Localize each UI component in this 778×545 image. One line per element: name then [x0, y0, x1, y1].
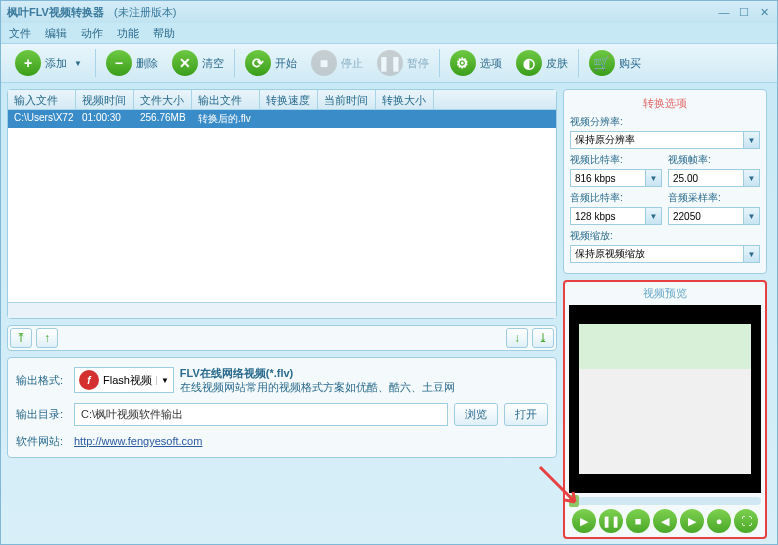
- setting-value: 22050: [669, 211, 743, 222]
- setting-label: 视频帧率:: [668, 153, 760, 167]
- column-header[interactable]: 输入文件: [8, 90, 76, 109]
- move-down-button[interactable]: ↓: [506, 328, 528, 348]
- maximize-icon[interactable]: ☐: [737, 5, 751, 19]
- horizontal-scrollbar[interactable]: [8, 302, 556, 318]
- fullscreen-button[interactable]: ⛶: [734, 509, 758, 533]
- clear-button[interactable]: ✕清空: [166, 48, 230, 78]
- setting-select[interactable]: 保持原视频缩放▼: [570, 245, 760, 263]
- x-icon: ✕: [172, 50, 198, 76]
- table-row[interactable]: C:\Users\X7201:00:30256.76MB转换后的.flv: [8, 110, 556, 128]
- table-cell: 01:00:30: [76, 110, 134, 128]
- table-cell: [318, 110, 376, 128]
- table-cell: 转换后的.flv: [192, 110, 260, 128]
- stop-icon: ■: [311, 50, 337, 76]
- gear-icon: ⚙: [450, 50, 476, 76]
- menu-edit[interactable]: 编辑: [45, 26, 67, 41]
- output-format-value: Flash视频: [103, 373, 152, 388]
- preview-thumbnail: [579, 324, 752, 474]
- preview-title: 视频预览: [569, 286, 761, 301]
- slider-thumb[interactable]: [569, 495, 579, 507]
- table-cell: 256.76MB: [134, 110, 192, 128]
- site-link[interactable]: http://www.fengyesoft.com: [74, 435, 202, 447]
- column-header[interactable]: 当前时间: [318, 90, 376, 109]
- snapshot-button[interactable]: ●: [707, 509, 731, 533]
- move-top-button[interactable]: ⤒: [10, 328, 32, 348]
- column-header[interactable]: 转换大小: [376, 90, 434, 109]
- buy-button[interactable]: 🛒购买: [583, 48, 647, 78]
- chevron-down-icon[interactable]: ▼: [645, 170, 661, 186]
- table-cell: [260, 110, 318, 128]
- start-button[interactable]: ⟳开始: [239, 48, 303, 78]
- plus-icon: +: [15, 50, 41, 76]
- close-icon[interactable]: ✕: [757, 5, 771, 19]
- play-button[interactable]: ▶: [572, 509, 596, 533]
- cart-icon: 🛒: [589, 50, 615, 76]
- setting-label: 视频缩放:: [570, 229, 760, 243]
- setting-select[interactable]: 保持原分辨率▼: [570, 131, 760, 149]
- setting-select[interactable]: 128 kbps▼: [570, 207, 662, 225]
- chevron-down-icon[interactable]: ▼: [743, 170, 759, 186]
- menu-help[interactable]: 帮助: [153, 26, 175, 41]
- output-format-select[interactable]: f Flash视频 ▼: [74, 367, 174, 393]
- delete-button[interactable]: −删除: [100, 48, 164, 78]
- open-button[interactable]: 打开: [504, 403, 548, 426]
- move-bottom-button[interactable]: ⤓: [532, 328, 554, 348]
- setting-label: 视频比特率:: [570, 153, 662, 167]
- setting-select[interactable]: 816 kbps▼: [570, 169, 662, 187]
- chevron-down-icon[interactable]: ▼: [743, 246, 759, 262]
- output-format-desc: FLV在线网络视频(*.flv) 在线视频网站常用的视频格式方案如优酷、酷六、土…: [180, 366, 548, 395]
- preview-screen: [569, 305, 761, 493]
- table-cell: [376, 110, 434, 128]
- output-panel: 输出格式: f Flash视频 ▼ FLV在线网络视频(*.flv) 在线视频网…: [7, 357, 557, 458]
- chevron-down-icon[interactable]: ▼: [743, 132, 759, 148]
- settings-panel: 转换选项 视频分辨率:保持原分辨率▼视频比特率:816 kbps▼视频帧率:25…: [563, 89, 767, 274]
- site-label: 软件网站:: [16, 434, 68, 449]
- setting-label: 音频采样率:: [668, 191, 760, 205]
- minus-icon: −: [106, 50, 132, 76]
- setting-label: 视频分辨率:: [570, 115, 760, 129]
- refresh-icon: ⟳: [245, 50, 271, 76]
- menu-function[interactable]: 功能: [117, 26, 139, 41]
- menu-file[interactable]: 文件: [9, 26, 31, 41]
- move-up-button[interactable]: ↑: [36, 328, 58, 348]
- column-header[interactable]: 输出文件: [192, 90, 260, 109]
- browse-button[interactable]: 浏览: [454, 403, 498, 426]
- next-button[interactable]: ▶: [680, 509, 704, 533]
- stop-button[interactable]: ■停止: [305, 48, 369, 78]
- output-dir-input[interactable]: C:\枫叶视频软件输出: [74, 403, 448, 426]
- output-dir-label: 输出目录:: [16, 407, 68, 422]
- table-cell: C:\Users\X72: [8, 110, 76, 128]
- options-button[interactable]: ⚙选项: [444, 48, 508, 78]
- column-header[interactable]: 转换速度: [260, 90, 318, 109]
- column-header[interactable]: 视频时间: [76, 90, 134, 109]
- setting-value: 128 kbps: [571, 211, 645, 222]
- minimize-icon[interactable]: —: [717, 5, 731, 19]
- file-list-body[interactable]: C:\Users\X7201:00:30256.76MB转换后的.flv: [8, 110, 556, 302]
- flash-icon: f: [79, 370, 99, 390]
- setting-label: 音频比特率:: [570, 191, 662, 205]
- chevron-down-icon[interactable]: ▼: [743, 208, 759, 224]
- pv-pause-button[interactable]: ❚❚: [599, 509, 623, 533]
- pv-stop-button[interactable]: ■: [626, 509, 650, 533]
- list-controls: ⤒ ↑ ↓ ⤓: [7, 325, 557, 351]
- skin-button[interactable]: ◐皮肤: [510, 48, 574, 78]
- setting-select[interactable]: 22050▼: [668, 207, 760, 225]
- prev-button[interactable]: ◀: [653, 509, 677, 533]
- window-title: 枫叶FLV视频转换器: [7, 5, 104, 20]
- file-list-header: 输入文件视频时间文件大小输出文件转换速度当前时间转换大小: [8, 90, 556, 110]
- titlebar: 枫叶FLV视频转换器 (未注册版本) — ☐ ✕: [1, 1, 777, 23]
- pause-icon: ❚❚: [377, 50, 403, 76]
- setting-select[interactable]: 25.00▼: [668, 169, 760, 187]
- menu-action[interactable]: 动作: [81, 26, 103, 41]
- chevron-down-icon[interactable]: ▼: [645, 208, 661, 224]
- preview-slider[interactable]: [569, 497, 761, 505]
- window-subtitle: (未注册版本): [114, 5, 176, 20]
- skin-icon: ◐: [516, 50, 542, 76]
- pause-button[interactable]: ❚❚暂停: [371, 48, 435, 78]
- chevron-down-icon[interactable]: ▼: [71, 59, 85, 68]
- add-button[interactable]: +添加▼: [9, 48, 91, 78]
- menubar: 文件 编辑 动作 功能 帮助: [1, 23, 777, 43]
- column-header[interactable]: 文件大小: [134, 90, 192, 109]
- preview-panel: 视频预览 ▶ ❚❚ ■ ◀ ▶ ● ⛶: [563, 280, 767, 539]
- file-list-panel: 输入文件视频时间文件大小输出文件转换速度当前时间转换大小 C:\Users\X7…: [7, 89, 557, 319]
